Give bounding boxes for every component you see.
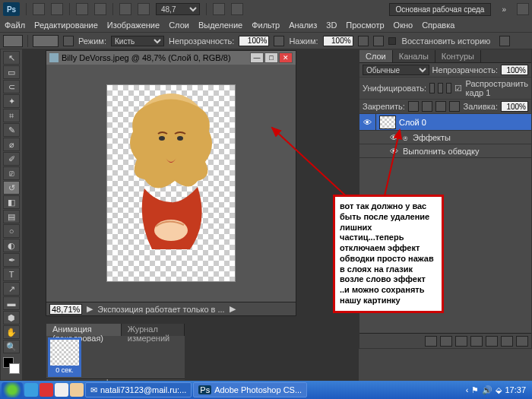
lock-transparency-icon[interactable] bbox=[408, 101, 419, 112]
mini-bridge-icon[interactable] bbox=[51, 3, 63, 15]
menu-3d[interactable]: 3D bbox=[326, 21, 337, 30]
tool-move[interactable]: ↖ bbox=[3, 51, 20, 65]
tool-stamp[interactable]: ⎚ bbox=[3, 166, 20, 180]
tray-icon[interactable]: ⬙ bbox=[496, 385, 502, 395]
effects-row[interactable]: 👁 ⍟ Эффекты bbox=[359, 131, 531, 144]
tool-eraser[interactable]: ◧ bbox=[3, 195, 20, 209]
blend-mode-select[interactable]: Кисть bbox=[111, 36, 164, 46]
tool-gradient[interactable]: ▤ bbox=[3, 210, 20, 223]
layer-thumbnail[interactable] bbox=[379, 116, 396, 129]
flow-input[interactable] bbox=[323, 36, 353, 46]
tray-expand-icon[interactable]: ‹ bbox=[466, 385, 469, 394]
lock-all-icon[interactable] bbox=[449, 101, 460, 112]
menu-view[interactable]: Просмотр bbox=[346, 21, 384, 30]
system-tray[interactable]: ‹ ⚑ 🔊 ⬙ 17:37 bbox=[461, 385, 530, 395]
layer-visibility-icon[interactable]: 👁 bbox=[359, 114, 376, 130]
expand-panels-icon[interactable]: » bbox=[497, 5, 511, 14]
tab-paths[interactable]: Контуры bbox=[435, 50, 481, 62]
window-close-button[interactable]: ✕ bbox=[279, 52, 293, 63]
menu-window[interactable]: Окно bbox=[394, 21, 413, 30]
tool-3d[interactable]: ⬢ bbox=[3, 311, 20, 325]
effects-visibility-icon[interactable]: 👁 bbox=[390, 133, 398, 142]
frame-time[interactable]: 0 сек. bbox=[50, 366, 79, 375]
blend-mode-select[interactable]: Обычные bbox=[363, 65, 429, 75]
tool-marquee[interactable]: ▭ bbox=[3, 65, 20, 79]
menu-layers[interactable]: Слои bbox=[169, 21, 189, 30]
tool-crop[interactable]: ⌗ bbox=[3, 109, 20, 122]
screen-mode-icon[interactable] bbox=[231, 3, 243, 15]
brush-preset-icon[interactable] bbox=[33, 35, 59, 47]
arrange-icon[interactable] bbox=[213, 3, 225, 15]
status-menu-icon[interactable]: ▶ bbox=[230, 304, 236, 314]
tool-healing[interactable]: ⌀ bbox=[3, 138, 20, 151]
tab-measurements[interactable]: Журнал измерений bbox=[122, 324, 185, 336]
opacity-pressure-icon[interactable] bbox=[274, 36, 284, 46]
tab-animation[interactable]: Анимация (покадровая) bbox=[46, 324, 122, 336]
start-button[interactable] bbox=[2, 382, 23, 397]
stroke-visibility-icon[interactable]: 👁 bbox=[390, 147, 398, 156]
quicklaunch-ie-icon[interactable] bbox=[24, 383, 38, 397]
tool-path[interactable]: ↗ bbox=[3, 282, 20, 296]
tab-layers[interactable]: Слои bbox=[359, 50, 393, 62]
taskbar-photoshop-task[interactable]: PsAdobe Photoshop CS... bbox=[193, 382, 307, 397]
tool-wand[interactable]: ✦ bbox=[3, 94, 20, 108]
tray-icon[interactable]: ⚑ bbox=[471, 385, 479, 395]
adjustment-layer-icon[interactable] bbox=[470, 336, 483, 347]
document-titlebar[interactable]: Billy DeVorss.jpeg @ 48,7% (Слой 0, RGB/… bbox=[46, 51, 296, 65]
stroke-effect-row[interactable]: 👁 Выполнить обводку bbox=[359, 144, 531, 158]
workspace-switcher[interactable]: Основная рабочая среда bbox=[389, 3, 492, 16]
unify-position-icon[interactable] bbox=[429, 83, 435, 93]
tool-dodge[interactable]: ◐ bbox=[3, 239, 20, 252]
background-color[interactable] bbox=[9, 363, 20, 374]
layer-name[interactable]: Слой 0 bbox=[399, 118, 426, 127]
status-arrow-icon[interactable]: ▶ bbox=[87, 304, 93, 314]
layer-opacity-input[interactable] bbox=[501, 65, 528, 75]
tool-type[interactable]: T bbox=[3, 268, 20, 281]
restore-history-checkbox[interactable] bbox=[388, 37, 396, 45]
document-canvas[interactable] bbox=[46, 65, 296, 302]
unify-style-icon[interactable] bbox=[446, 83, 451, 93]
zoom-icon[interactable] bbox=[138, 3, 150, 15]
menu-file[interactable]: Файл bbox=[5, 21, 25, 30]
tray-clock[interactable]: 17:37 bbox=[505, 385, 526, 394]
unify-visibility-icon[interactable] bbox=[438, 83, 443, 93]
tool-eyedropper[interactable]: ✎ bbox=[3, 123, 20, 137]
opacity-input[interactable] bbox=[239, 36, 269, 46]
cs-live-icon[interactable] bbox=[517, 3, 529, 15]
animation-frame-1[interactable]: 0 сек. bbox=[48, 337, 81, 377]
airbrush-icon[interactable] bbox=[358, 36, 369, 46]
menu-select[interactable]: Выделение bbox=[198, 21, 242, 30]
tool-zoom[interactable]: 🔍 bbox=[3, 340, 20, 353]
new-layer-icon[interactable] bbox=[501, 336, 513, 347]
tab-channels[interactable]: Каналы bbox=[393, 50, 435, 62]
tablet-icon[interactable] bbox=[499, 36, 510, 46]
window-minimize-button[interactable]: — bbox=[250, 52, 264, 63]
tool-preset-icon[interactable] bbox=[3, 35, 23, 47]
fill-input[interactable] bbox=[501, 101, 528, 112]
window-maximize-button[interactable]: □ bbox=[264, 52, 278, 63]
tool-lasso[interactable]: ⊂ bbox=[3, 80, 20, 93]
delete-layer-icon[interactable] bbox=[516, 336, 528, 347]
menu-help[interactable]: Справка bbox=[422, 21, 454, 30]
link-layers-icon[interactable] bbox=[425, 336, 437, 347]
tool-history-brush[interactable]: ↺ bbox=[3, 181, 20, 195]
view-extras-icon[interactable] bbox=[76, 3, 88, 15]
bridge-icon[interactable] bbox=[33, 3, 45, 15]
layer-row-0[interactable]: 👁 Слой 0 bbox=[359, 114, 531, 131]
tool-hand[interactable]: ✋ bbox=[3, 325, 20, 339]
tray-icon[interactable]: 🔊 bbox=[482, 385, 492, 395]
tool-brush[interactable]: ✐ bbox=[3, 152, 20, 166]
menu-filter[interactable]: Фильтр bbox=[252, 21, 280, 30]
quicklaunch-opera-icon[interactable] bbox=[40, 383, 53, 397]
zoom-readout[interactable]: 48,71% bbox=[49, 304, 82, 315]
layer-group-icon[interactable] bbox=[486, 336, 498, 347]
menu-edit[interactable]: Редактирование bbox=[34, 21, 98, 30]
tablet-pressure-icon[interactable] bbox=[373, 36, 384, 46]
hand-icon[interactable] bbox=[119, 3, 131, 15]
brush-panel-icon[interactable] bbox=[63, 36, 74, 46]
color-swatches[interactable] bbox=[3, 357, 20, 374]
lock-position-icon[interactable] bbox=[435, 101, 446, 112]
layer-style-icon[interactable] bbox=[440, 336, 452, 347]
quicklaunch-folder-icon[interactable] bbox=[70, 383, 84, 397]
view-grid-icon[interactable] bbox=[94, 3, 106, 15]
